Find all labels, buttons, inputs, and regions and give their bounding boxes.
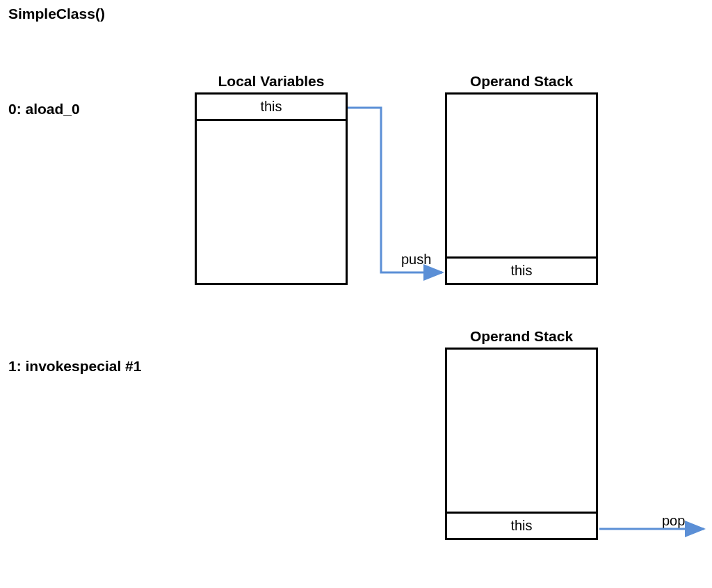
diagram-title: SimpleClass()	[8, 6, 105, 22]
operand-stack-2-cell: this	[447, 512, 596, 538]
operand-stack-2-title: Operand Stack	[445, 328, 598, 345]
operand-stack-1-title: Operand Stack	[445, 73, 598, 90]
operand-stack-1-cell: this	[447, 256, 596, 283]
local-variables-title: Local Variables	[195, 73, 348, 90]
pop-label: pop	[662, 513, 685, 529]
operand-stack-2-box: this	[445, 348, 598, 540]
instruction-0-label: 0: aload_0	[8, 101, 80, 117]
local-variables-cell: this	[197, 95, 346, 121]
instruction-1-label: 1: invokespecial #1	[8, 358, 141, 375]
push-label: push	[401, 252, 431, 268]
operand-stack-1-box: this	[445, 92, 598, 285]
arrows-svg	[0, 0, 712, 588]
local-variables-box: this	[195, 92, 348, 285]
